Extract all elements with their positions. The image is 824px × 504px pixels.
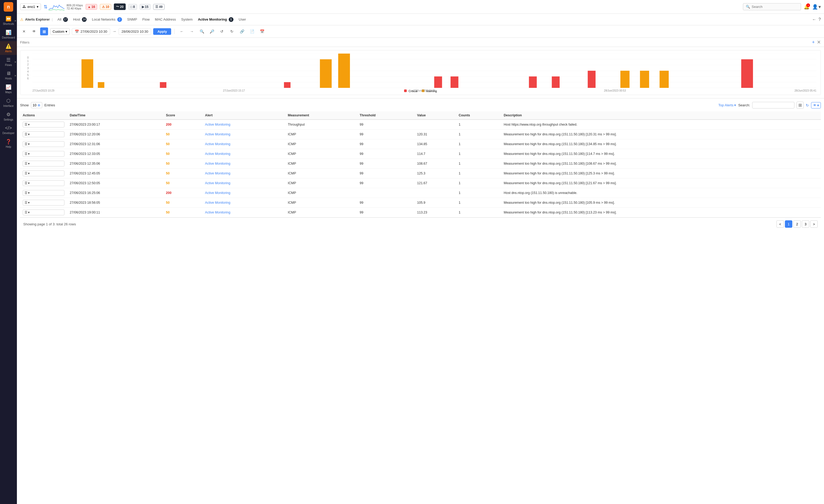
- redo-button[interactable]: ↻: [228, 27, 236, 35]
- alert-link[interactable]: Active Monitoring: [205, 152, 230, 156]
- top-alerts-button[interactable]: Top Alerts ▾: [718, 103, 736, 107]
- page-1-button[interactable]: 1: [785, 220, 792, 228]
- chart-bar: [588, 71, 596, 88]
- interface-selector[interactable]: 🖧 eno1 ▾: [20, 3, 41, 10]
- cell-score: 50: [163, 169, 202, 178]
- interfaces-count: 15: [145, 5, 148, 9]
- critical-badge[interactable]: ▲ 16: [86, 4, 97, 10]
- action-button[interactable]: ☰ ▾: [23, 170, 65, 176]
- alert-link[interactable]: Active Monitoring: [205, 162, 230, 165]
- export-pdf-button[interactable]: 📄: [248, 27, 256, 35]
- tab-all-badge: 17: [63, 17, 68, 22]
- tab-all[interactable]: All 17: [55, 16, 71, 23]
- cell-threshold: 99: [357, 208, 414, 218]
- zoom-in-button[interactable]: 🔍: [198, 27, 206, 35]
- date-from-field[interactable]: 📅 27/06/2023 10:30: [72, 28, 110, 35]
- action-dropdown-icon: ▾: [28, 132, 29, 136]
- sidebar-item-flows[interactable]: ☰ Flows ▶: [0, 55, 17, 69]
- filter-add-button[interactable]: +: [812, 39, 815, 45]
- sidebar-item-interface[interactable]: ⬡ Interface: [0, 96, 17, 110]
- entries-count-selector[interactable]: 10 ⊕: [31, 102, 42, 108]
- tab-system[interactable]: System: [179, 16, 195, 22]
- alert-link[interactable]: Active Monitoring: [205, 181, 230, 185]
- tab-mac-address[interactable]: MAC Address: [152, 16, 179, 22]
- action-button[interactable]: ☰ ▾: [23, 122, 65, 127]
- table-row: ☰ ▾ 27/06/2023 12:45:05 50 Active Monito…: [20, 169, 821, 178]
- zoom-out-button[interactable]: 🔎: [208, 27, 216, 35]
- flows-badge[interactable]: 〜 20: [114, 3, 125, 10]
- table-view-toggle[interactable]: ⊞: [797, 102, 804, 109]
- hosts-badge[interactable]: □ 8: [128, 4, 137, 10]
- hide-button[interactable]: ✕: [20, 27, 28, 35]
- cell-datetime: 27/06/2023 12:33:05: [67, 149, 163, 159]
- warning-badge[interactable]: ⚠ 10: [100, 4, 111, 10]
- critical-icon: ▲: [88, 5, 91, 9]
- sidebar-item-hosts[interactable]: 🖥 Hosts ▶: [0, 69, 17, 82]
- filter-close-button[interactable]: ✕: [817, 39, 821, 45]
- page-2-button[interactable]: 2: [793, 220, 801, 228]
- nav-help-button[interactable]: ?: [818, 17, 821, 22]
- user-menu-button[interactable]: 👤 ▾: [812, 4, 821, 10]
- flows-icon: ☰: [6, 57, 11, 63]
- action-button[interactable]: ☰ ▾: [23, 210, 65, 215]
- warning-icon: ⚠: [102, 5, 105, 9]
- table-view-button[interactable]: ▦: [40, 27, 48, 35]
- action-button[interactable]: ☰ ▾: [23, 131, 65, 137]
- cell-counts: 1: [456, 178, 501, 188]
- tab-snmp[interactable]: SNMP: [125, 16, 140, 22]
- action-button[interactable]: ☰ ▾: [23, 141, 65, 147]
- undo-button[interactable]: ↺: [218, 27, 226, 35]
- cell-actions: ☰ ▾: [20, 208, 67, 218]
- export-calendar-button[interactable]: 📅: [258, 27, 266, 35]
- tab-local-networks-label: Local Networks: [92, 17, 115, 21]
- sidebar-item-developer[interactable]: </> Developer: [0, 123, 17, 137]
- cell-alert: Active Monitoring: [202, 178, 285, 188]
- action-button[interactable]: ☰ ▾: [23, 200, 65, 206]
- sidebar-item-settings[interactable]: ⚙ Settings: [0, 110, 17, 123]
- page-prev-button[interactable]: <: [777, 220, 784, 228]
- alert-link[interactable]: Active Monitoring: [205, 211, 230, 214]
- alert-link[interactable]: Active Monitoring: [205, 142, 230, 146]
- app-logo[interactable]: n: [4, 2, 13, 12]
- tab-local-networks[interactable]: Local Networks 2: [89, 16, 125, 23]
- page-next-button[interactable]: >: [810, 220, 818, 228]
- tab-user[interactable]: User: [236, 16, 248, 22]
- back-time-button[interactable]: ←: [178, 27, 186, 35]
- nav-back-button[interactable]: ←: [812, 17, 816, 22]
- alert-link[interactable]: Active Monitoring: [205, 171, 230, 175]
- sidebar-item-dashboard[interactable]: 📊 Dashboard: [0, 27, 17, 41]
- time-range-selector[interactable]: Custom ▾: [50, 28, 70, 35]
- other-badge[interactable]: ☰ 49: [153, 4, 165, 10]
- page-3-button[interactable]: 3: [802, 220, 809, 228]
- action-button[interactable]: ☰ ▾: [23, 180, 65, 186]
- tab-active-monitoring[interactable]: Active Monitoring 1: [195, 16, 236, 23]
- tab-host[interactable]: Host 14: [71, 16, 89, 23]
- action-button[interactable]: ☰ ▾: [23, 190, 65, 196]
- alert-link[interactable]: Active Monitoring: [205, 201, 230, 205]
- apply-button[interactable]: Apply: [153, 28, 171, 35]
- chart-svg: [32, 53, 816, 88]
- tab-flow[interactable]: Flow: [140, 16, 152, 22]
- column-visibility-button[interactable]: 👁 ▾: [811, 102, 821, 108]
- refresh-button[interactable]: ↻: [806, 103, 809, 107]
- action-button[interactable]: ☰ ▾: [23, 151, 65, 157]
- sidebar-item-help[interactable]: ❓ Help: [0, 137, 17, 150]
- chart-bar: [659, 71, 669, 88]
- filters-input[interactable]: [20, 40, 812, 44]
- sidebar-item-alerts[interactable]: ⚠️ Alerts: [0, 41, 17, 55]
- permalink-button[interactable]: 🔗: [238, 27, 246, 35]
- alert-link[interactable]: Active Monitoring: [205, 132, 230, 136]
- sidebar-item-shortcuts[interactable]: ⏩ Shortcuts ▶: [0, 14, 17, 27]
- date-to-field[interactable]: 28/06/2023 10:30: [119, 28, 151, 35]
- alert-link[interactable]: Active Monitoring: [205, 191, 230, 195]
- action-button[interactable]: ☰ ▾: [23, 161, 65, 166]
- forward-time-button[interactable]: →: [188, 27, 196, 35]
- search-box[interactable]: 🔍: [743, 3, 801, 10]
- search-input[interactable]: [752, 5, 794, 9]
- sidebar-item-maps[interactable]: 📈 Maps: [0, 82, 17, 96]
- interfaces-badge[interactable]: ▶ 15: [140, 4, 150, 10]
- table-search-input[interactable]: [752, 102, 795, 108]
- view-button[interactable]: 👁: [30, 27, 38, 35]
- notifications-button[interactable]: 🔔 1: [804, 4, 810, 10]
- alert-link[interactable]: Active Monitoring: [205, 123, 230, 126]
